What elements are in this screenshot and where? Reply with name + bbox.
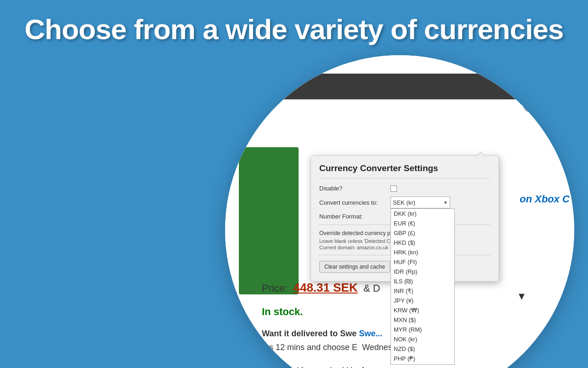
dropdown-item-hkd[interactable]: HKD ($): [391, 238, 454, 247]
disable-checkbox[interactable]: [390, 185, 397, 192]
disable-row: Disable?: [319, 185, 490, 192]
number-format-label: Number Format:: [319, 213, 390, 220]
clear-settings-button[interactable]: Clear settings and cache: [319, 261, 390, 273]
close-icon[interactable]: ✕: [541, 96, 558, 113]
dropdown-item-krw[interactable]: KRW (₩): [391, 305, 454, 315]
dropdown-item-dkk[interactable]: DKK (kr): [391, 209, 454, 218]
currency-selected-value: SEK (kr): [393, 199, 415, 206]
dropdown-item-ils[interactable]: ILS (₪): [391, 276, 454, 286]
disable-label: Disable?: [319, 185, 390, 192]
dropdown-item-gbp[interactable]: GBP (£): [391, 228, 454, 238]
green-sidebar: [239, 147, 299, 294]
circle-container: ¢ ✕ on Xbox C Price: 448.31 SEK & D In s…: [225, 55, 574, 368]
currency-select-display[interactable]: SEK (kr) ▼: [390, 196, 450, 208]
dropdown-item-idr[interactable]: IDR (Rp): [391, 267, 454, 276]
arrow-indicator: ▾: [519, 289, 525, 303]
want-delivery-label: Want it delivered to Swe: [262, 329, 356, 338]
dropdown-item-jpy[interactable]: JPY (¥): [391, 296, 454, 305]
delivery-link[interactable]: Swe...: [359, 329, 382, 338]
price-label: Price:: [262, 282, 288, 294]
convert-label: Convert currencies to:: [319, 199, 390, 206]
delivery-wednes: Wednes: [362, 343, 392, 352]
dropdown-item-pln[interactable]: PLN (zł): [391, 363, 454, 365]
dropdown-item-nzd[interactable]: NZD ($): [391, 344, 454, 354]
dropdown-item-eur[interactable]: EUR (€): [391, 218, 454, 228]
xbox-link[interactable]: on Xbox C: [520, 193, 570, 205]
delivery-text: Want it delivered to Swe Swe...: [262, 329, 382, 339]
select-arrow-icon: ▼: [443, 200, 448, 205]
hero-title: Choose from a wide variety of currencies: [0, 13, 588, 46]
price-area: Price: 448.31 SEK & D: [262, 281, 380, 295]
settings-popup: Currency Converter Settings Disable? Con…: [311, 155, 499, 282]
sold-by: patched from and sold by Amazo: [271, 366, 385, 368]
currency-select-container[interactable]: SEK (kr) ▼ DKK (kr) EUR (€) GBP (£) HKD …: [390, 196, 450, 208]
dropdown-item-inr[interactable]: INR (₹): [391, 286, 454, 296]
extension-icon-symbol: ¢: [529, 100, 533, 109]
price-suffix: & D: [363, 282, 380, 294]
dropdown-item-nok[interactable]: NOK (kr): [391, 334, 454, 344]
convert-row: Convert currencies to: SEK (kr) ▼ DKK (k…: [319, 196, 490, 208]
dropdown-item-myr[interactable]: MYR (RM): [391, 325, 454, 334]
dropdown-item-huf[interactable]: HUF (Ft): [391, 257, 454, 267]
dropdown-item-php[interactable]: PHP (₱): [391, 354, 454, 363]
popup-title: Currency Converter Settings: [319, 163, 490, 178]
currency-dropdown[interactable]: DKK (kr) EUR (€) GBP (£) HKD ($) HRK (kn…: [390, 208, 455, 365]
price-value: 448.31 SEK: [293, 281, 357, 294]
dropdown-item-hrk[interactable]: HRK (kn): [391, 247, 454, 257]
in-stock-label: In stock.: [262, 306, 303, 318]
popup-arrow-inner: [478, 152, 484, 156]
extension-icon[interactable]: ¢: [523, 96, 539, 113]
delivery-hrs: hrs 12 mins and choose E: [262, 343, 357, 352]
dropdown-item-mxn[interactable]: MXN ($): [391, 315, 454, 325]
browser-toolbar: ¢ ✕: [225, 74, 574, 99]
